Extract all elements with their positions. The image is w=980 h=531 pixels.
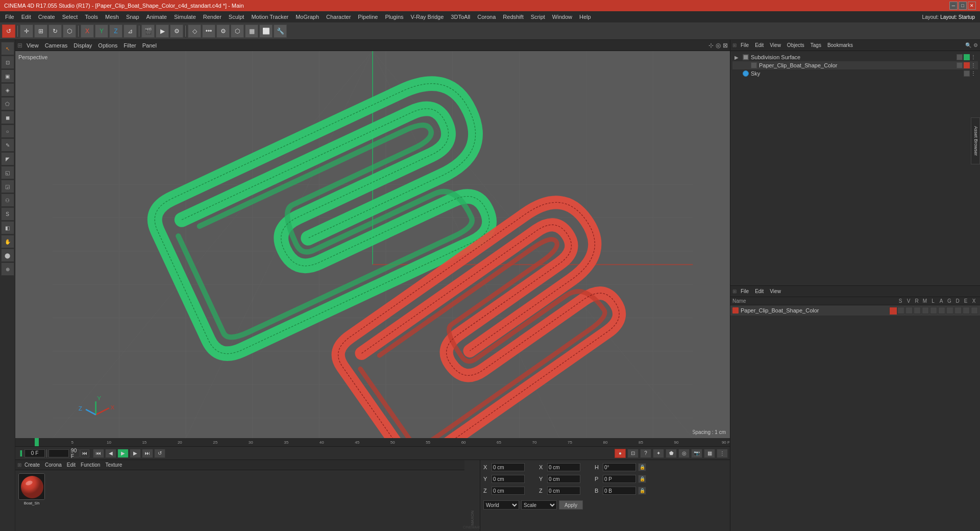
snap-btn[interactable]: 🔧 [274,25,287,38]
mat-col-l[interactable] [930,307,937,314]
edge-mode-btn[interactable]: ⚙ [216,25,230,38]
menu-redshift[interactable]: Redshift [500,13,526,21]
lock-btn[interactable]: ⊿ [124,25,137,38]
obj-settings-icon[interactable]: ⚙ [973,42,978,48]
object-mode-btn[interactable]: ◇ [188,25,201,38]
render-btn[interactable]: ▶ [156,25,169,38]
obj-view-menu[interactable]: View [768,42,783,49]
loop-select-tool[interactable]: ◈ [1,83,14,96]
polygon-tool[interactable]: ⬠ [1,97,14,110]
mat-menu-function[interactable]: Function [79,462,102,468]
obj-file-menu[interactable]: File [739,42,751,49]
obj-tags-menu[interactable]: Tags [808,42,823,49]
mat-preview-icon[interactable] [889,307,896,314]
menu-plugins[interactable]: Plugins [382,13,406,21]
anim-btn[interactable]: ⊡ [627,449,639,458]
render-settings-btn[interactable]: ⚙ [170,25,183,38]
fill-tool[interactable]: ⬤ [1,249,14,262]
mat-col-d[interactable] [954,307,962,314]
p-value-input[interactable] [603,475,636,483]
vp-view-menu[interactable]: View [24,42,41,49]
obj-edit-menu[interactable]: Edit [753,42,766,49]
paint-tool[interactable]: ✎ [1,138,14,152]
mat-col-g[interactable] [946,307,953,314]
menu-edit[interactable]: Edit [18,13,34,21]
magnet-tool[interactable]: ⚇ [1,194,14,207]
menu-tools[interactable]: Tools [82,13,101,21]
tree-item-subdivision[interactable]: ▶ Subdivision Surface ⋮ [732,53,978,61]
play-back-btn[interactable]: ◀ [105,449,116,458]
obj-objects-menu[interactable]: Objects [785,42,806,49]
z-value-input[interactable] [492,487,525,495]
y-axis-btn[interactable]: Y [95,25,108,38]
render2-btn[interactable]: ▦ [704,449,715,458]
vis-icon[interactable] [957,54,963,60]
scale-tool[interactable]: ⊞ [34,25,47,38]
spline-tool[interactable]: S [1,207,14,221]
smooth-tool[interactable]: ○ [1,125,14,138]
z-axis-btn[interactable]: Z [109,25,122,38]
mat-mgr-edit[interactable]: Edit [753,288,766,295]
menu-window[interactable]: Window [549,13,575,21]
stamp-tool[interactable]: ⊕ [1,262,14,276]
menu-vray[interactable]: V-Ray Bridge [408,13,447,21]
tree-item-paperclip[interactable]: Paper_Clip_Boat_Shape_Color ⋮ [732,61,978,69]
keyframe-btn[interactable]: ✦ [653,449,664,458]
menu-character[interactable]: Character [323,13,354,21]
menu-select[interactable]: Select [59,13,81,21]
goto-end-btn[interactable]: ⏭ [142,449,153,458]
vp-filter-menu[interactable]: Filter [121,42,138,49]
current-frame-input[interactable] [24,449,45,457]
obj-search-icon[interactable]: 🔍 [965,42,971,48]
z-lock-btn[interactable]: 🔒 [638,487,646,495]
vp-icon-2[interactable]: ◎ [716,42,721,49]
mat-col-v[interactable] [905,307,913,314]
material-item[interactable]: Boat_Sh [18,473,45,505]
play-btn[interactable]: ▶ [117,449,129,458]
mat-col-m[interactable] [922,307,929,314]
motion2-btn[interactable]: ◎ [678,449,690,458]
help-btn[interactable]: ? [640,449,651,458]
menu-sculpt[interactable]: Sculpt [226,13,248,21]
undo-button[interactable]: ↺ [2,25,15,38]
window-controls[interactable]: ─ □ ✕ [949,2,976,10]
vp-options-menu[interactable]: Options [96,42,119,49]
menu-mesh[interactable]: Mesh [102,13,122,21]
timeline-btn[interactable]: ⋮ [717,449,728,458]
vp-icon-1[interactable]: ⊹ [708,42,714,49]
mat-mgr-view[interactable]: View [768,288,783,295]
scale-dropdown[interactable]: Scale [521,500,557,510]
vp-panel-menu[interactable]: Panel [140,42,159,49]
x-value-input[interactable] [492,463,525,471]
uv-mode-btn[interactable]: ▦ [245,25,258,38]
iron-tool[interactable]: ◧ [1,221,14,234]
apply-button[interactable]: Apply [559,500,583,510]
mat-col-a[interactable] [938,307,945,314]
vp-display-menu[interactable]: Display [71,42,94,49]
goto-start-btn[interactable]: ⏮ [93,449,104,458]
y-lock-btn[interactable]: 🔒 [638,475,646,483]
brush-tool[interactable]: ◼ [1,111,14,124]
render-region-btn[interactable]: 🎬 [141,25,155,38]
mat-menu-corona[interactable]: Corona [43,462,64,468]
menu-animate[interactable]: Animate [143,13,170,21]
mat-menu-create[interactable]: Create [22,462,42,468]
menu-snap[interactable]: Snap [123,13,142,21]
y2-value-input[interactable] [547,475,580,483]
minimize-button[interactable]: ─ [949,2,958,10]
menu-simulate[interactable]: Simulate [171,13,199,21]
menu-help[interactable]: Help [576,13,594,21]
menu-motion-tracker[interactable]: Motion Tracker [248,13,291,21]
grab-tool[interactable]: ✋ [1,235,14,248]
camera-btn[interactable]: 📷 [691,449,702,458]
menu-render[interactable]: Render [200,13,225,21]
y-value-input[interactable] [492,475,525,483]
obj-bookmarks-menu[interactable]: Bookmarks [825,42,855,49]
selection-tool[interactable]: ↖ [1,42,14,55]
rotate-tool[interactable]: ↻ [48,25,62,38]
poly-mode-btn[interactable]: ⬡ [231,25,244,38]
x2-value-input[interactable] [547,463,580,471]
mat-col-r[interactable] [914,307,921,314]
vis-icon3[interactable] [964,70,970,77]
playback-frame-input[interactable] [48,449,69,457]
